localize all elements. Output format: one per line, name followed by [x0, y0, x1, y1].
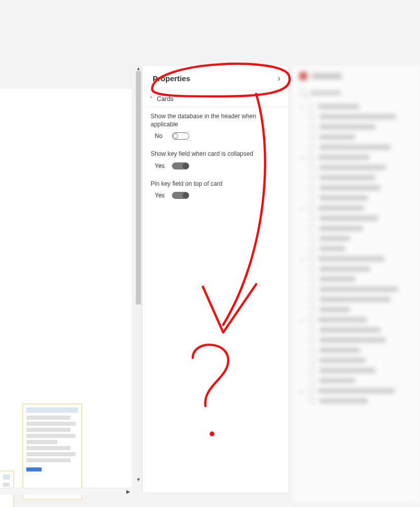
- scrollbar-thumb[interactable]: [136, 71, 141, 305]
- toggle-show-database-header[interactable]: [172, 132, 189, 140]
- fields-panel-blurred: ▸ ▾ ▸ ▸ ▸ ▸: [292, 66, 420, 502]
- chevron-up-icon: ˄: [150, 96, 153, 103]
- setting-label: Pin key field on top of card: [151, 180, 281, 188]
- table-card-thumbnail[interactable]: [22, 403, 82, 500]
- scroll-down-icon[interactable]: ▼: [135, 477, 142, 482]
- scroll-right-icon[interactable]: ▶: [125, 489, 132, 494]
- cards-section-title: Cards: [157, 95, 173, 103]
- toggle-pin-key-field[interactable]: [172, 192, 189, 199]
- model-canvas[interactable]: ▶: [0, 89, 132, 495]
- setting-pin-key-field: Pin key field on top of card Yes: [151, 180, 281, 199]
- chevron-right-icon[interactable]: ›: [277, 73, 281, 84]
- toggle-state-label: No: [155, 132, 166, 140]
- canvas-horizontal-scrollbar[interactable]: ▶: [0, 488, 132, 495]
- toggle-state-label: Yes: [155, 162, 166, 170]
- setting-show-database-header: Show the database in the header when app…: [151, 112, 281, 140]
- setting-label: Show key field when card is collapsed: [151, 150, 281, 158]
- properties-panel-header[interactable]: Properties ›: [143, 66, 289, 90]
- cards-section-body: Show the database in the header when app…: [143, 107, 289, 212]
- canvas-vertical-scrollbar[interactable]: ▲ ▼: [135, 66, 142, 482]
- setting-show-key-field-collapsed: Show key field when card is collapsed Ye…: [151, 150, 281, 169]
- properties-title: Properties: [153, 74, 190, 83]
- properties-panel: Properties › ˄ Cards Show the database i…: [142, 66, 289, 492]
- setting-label: Show the database in the header when app…: [151, 112, 281, 128]
- toggle-show-key-field-collapsed[interactable]: [172, 162, 189, 170]
- cards-section-header[interactable]: ˄ Cards: [143, 90, 289, 107]
- scroll-up-icon[interactable]: ▲: [135, 66, 142, 71]
- toggle-state-label: Yes: [155, 192, 166, 199]
